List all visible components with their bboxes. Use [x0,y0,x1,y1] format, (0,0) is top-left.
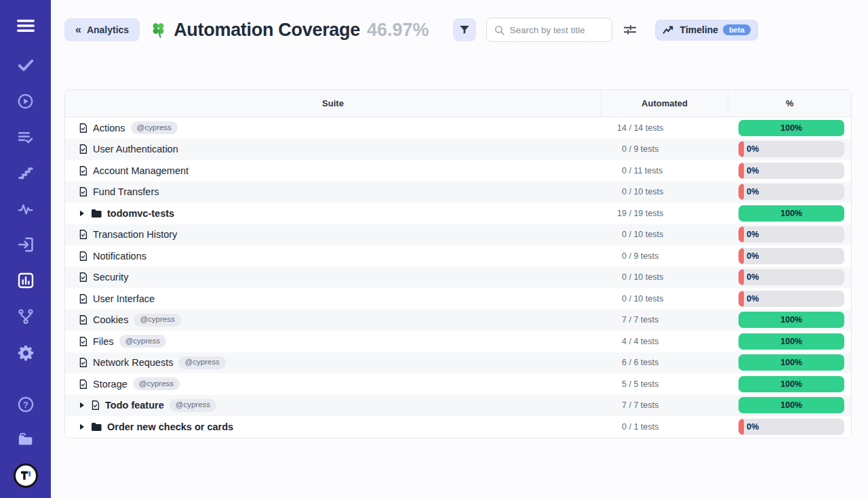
menu-icon[interactable] [16,18,35,34]
check-icon[interactable] [17,56,35,74]
suite-name: Network Requests [93,357,173,368]
table-row[interactable]: Fund Transfers0 / 10 tests0% [65,182,851,203]
coverage-bar-label: 0% [747,251,759,261]
back-to-analytics-button[interactable]: « Analytics [64,18,140,41]
file-icon [79,165,87,176]
table-row[interactable]: Files@cypress4 / 4 tests100% [65,331,851,352]
coverage-bar-fill [738,248,744,264]
table-row[interactable]: Storage@cypress5 / 5 tests100% [65,373,851,395]
playlist-check-icon[interactable] [17,128,35,146]
suite-cell: Files@cypress [65,335,601,348]
table-row[interactable]: Actions@cypress14 / 14 tests100% [65,117,851,139]
percent-cell: 0% [728,184,851,200]
timeline-button[interactable]: Timeline beta [655,20,758,41]
coverage-bar: 100% [738,376,844,392]
expand-caret-icon[interactable] [79,210,85,217]
stairs-icon[interactable] [17,164,35,182]
table-row[interactable]: Cookies@cypress7 / 7 tests100% [65,310,851,331]
coverage-bar-label: 100% [781,379,802,389]
coverage-bar: 0% [738,248,844,264]
coverage-bar: 100% [738,354,844,371]
coverage-bar-label: 100% [781,358,802,367]
cypress-tag: @cypress [133,377,180,390]
automated-count: 6 / 6 tests [601,358,728,367]
expand-caret-icon[interactable] [79,423,85,430]
table-row[interactable]: User Interface0 / 10 tests0% [65,288,851,310]
table-row[interactable]: Todo feature@cypress7 / 7 tests100% [65,395,851,417]
filter-button[interactable] [453,18,476,41]
coverage-bar-label: 0% [747,230,759,239]
sidebar: ? [0,0,51,498]
coverage-bar-label: 0% [747,166,759,175]
column-settings-button[interactable] [621,21,639,39]
search-icon [494,24,505,36]
coverage-bar-label: 100% [781,337,802,346]
file-icon [79,251,87,262]
column-header-suite: Suite [65,90,601,117]
percent-cell: 0% [728,141,851,157]
table-row[interactable]: User Authentication0 / 9 tests0% [65,139,851,161]
suite-cell: User Authentication [65,144,601,154]
automated-count: 19 / 19 tests [601,209,728,218]
suite-name: Todo feature [105,400,164,411]
percent-cell: 100% [728,205,851,222]
file-icon [79,144,87,154]
suite-name: Files [93,336,114,347]
coverage-bar-fill [738,141,744,157]
search-input[interactable] [510,25,605,35]
coverage-bar: 0% [738,269,844,285]
table-row[interactable]: Security0 / 10 tests0% [65,267,851,289]
coverage-bar-label: 0% [747,187,759,196]
back-chevrons-icon: « [75,24,81,36]
coverage-bar: 100% [738,397,844,413]
suite-cell: Notifications [65,251,601,262]
table-body: Actions@cypress14 / 14 tests100%User Aut… [65,117,851,438]
app-logo[interactable] [14,463,38,488]
svg-text:?: ? [22,400,28,410]
coverage-bar-label: 100% [781,315,802,325]
coverage-bar-fill [738,419,744,435]
coverage-bar: 100% [738,120,844,136]
coverage-bar: 100% [738,333,844,350]
suite-name: Security [93,272,128,283]
column-header-automated: Automated [601,90,728,117]
file-icon [79,186,87,197]
percent-cell: 100% [728,354,851,371]
suite-name: User Authentication [93,144,178,154]
percent-cell: 0% [728,269,851,285]
file-icon [79,272,87,283]
suite-cell: Security [65,272,601,283]
percent-cell: 0% [728,248,851,264]
suite-name: Account Management [93,165,189,176]
table-row[interactable]: Transaction History0 / 10 tests0% [65,224,851,246]
bar-chart-icon[interactable] [17,272,35,289]
git-branch-icon[interactable] [17,308,35,325]
help-icon[interactable]: ? [17,396,35,413]
expand-caret-icon[interactable] [79,402,85,409]
cypress-tag: @cypress [131,121,178,134]
table-row[interactable]: Account Management0 / 11 tests0% [65,160,851,182]
table-row[interactable]: Network Requests@cypress6 / 6 tests100% [65,352,851,374]
suite-name: Storage [93,379,127,390]
suite-name: Actions [93,123,125,133]
folder-icon[interactable] [17,431,35,449]
coverage-bar-label: 100% [781,400,802,410]
automated-count: 0 / 9 tests [601,144,728,154]
coverage-bar: 100% [738,312,844,328]
coverage-bar: 100% [738,205,844,222]
table-row[interactable]: Notifications0 / 9 tests0% [65,245,851,267]
play-circle-icon[interactable] [17,92,35,110]
coverage-bar-label: 100% [781,123,802,133]
table-row[interactable]: Order new checks or cards0 / 1 tests0% [65,416,851,438]
file-icon [79,314,87,325]
file-icon [79,123,87,133]
suite-cell: Fund Transfers [65,186,601,197]
automated-count: 5 / 5 tests [601,379,728,389]
table-row[interactable]: todomvc-tests19 / 19 tests100% [65,203,851,224]
sign-in-icon[interactable] [17,236,35,253]
gear-icon[interactable] [17,344,35,361]
file-icon [79,229,87,240]
coverage-bar: 0% [738,163,844,179]
activity-icon[interactable] [17,200,35,217]
suite-cell: Order new checks or cards [65,421,601,432]
